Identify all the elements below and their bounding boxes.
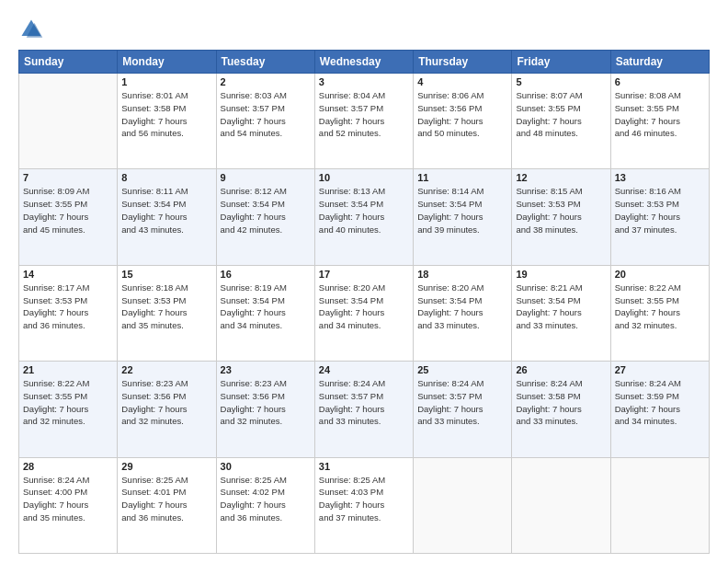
day-number: 23 xyxy=(221,364,311,375)
calendar-cell: 1Sunrise: 8:01 AMSunset: 3:58 PMDaylight… xyxy=(118,74,216,169)
calendar-cell: 8Sunrise: 8:11 AMSunset: 3:54 PMDaylight… xyxy=(118,169,216,265)
day-number: 27 xyxy=(615,364,705,375)
day-number: 25 xyxy=(417,364,507,375)
day-info: Sunrise: 8:12 AMSunset: 3:54 PMDaylight:… xyxy=(221,185,311,236)
day-number: 14 xyxy=(23,269,113,280)
day-info: Sunrise: 8:11 AMSunset: 3:54 PMDaylight:… xyxy=(121,185,211,236)
day-number: 28 xyxy=(23,461,113,472)
day-info: Sunrise: 8:07 AMSunset: 3:55 PMDaylight:… xyxy=(516,89,606,140)
day-info: Sunrise: 8:25 AMSunset: 4:02 PMDaylight:… xyxy=(221,474,311,524)
weekday-header: Wednesday xyxy=(314,51,413,74)
day-info: Sunrise: 8:09 AMSunset: 3:55 PMDaylight:… xyxy=(23,185,113,236)
day-info: Sunrise: 8:22 AMSunset: 3:55 PMDaylight:… xyxy=(615,282,705,332)
day-number: 4 xyxy=(417,76,507,87)
calendar-table: SundayMondayTuesdayWednesdayThursdayFrid… xyxy=(18,50,710,554)
calendar-cell: 18Sunrise: 8:20 AMSunset: 3:54 PMDayligh… xyxy=(414,265,512,361)
weekday-header: Saturday xyxy=(610,51,709,74)
day-info: Sunrise: 8:13 AMSunset: 3:54 PMDaylight:… xyxy=(319,185,409,236)
day-info: Sunrise: 8:25 AMSunset: 4:03 PMDaylight:… xyxy=(319,474,409,524)
calendar-cell: 12Sunrise: 8:15 AMSunset: 3:53 PMDayligh… xyxy=(512,169,610,265)
calendar-cell: 5Sunrise: 8:07 AMSunset: 3:55 PMDaylight… xyxy=(512,74,610,169)
day-info: Sunrise: 8:24 AMSunset: 3:57 PMDaylight:… xyxy=(417,377,507,428)
calendar-cell: 25Sunrise: 8:24 AMSunset: 3:57 PMDayligh… xyxy=(414,362,512,457)
day-info: Sunrise: 8:20 AMSunset: 3:54 PMDaylight:… xyxy=(417,282,507,332)
calendar-cell: 2Sunrise: 8:03 AMSunset: 3:57 PMDaylight… xyxy=(216,74,314,169)
day-number: 29 xyxy=(121,461,211,472)
day-number: 17 xyxy=(319,269,409,280)
day-info: Sunrise: 8:17 AMSunset: 3:53 PMDaylight:… xyxy=(23,282,113,332)
day-number: 10 xyxy=(319,172,409,183)
day-number: 19 xyxy=(516,269,606,280)
calendar-cell: 9Sunrise: 8:12 AMSunset: 3:54 PMDaylight… xyxy=(216,169,314,265)
calendar-cell: 19Sunrise: 8:21 AMSunset: 3:54 PMDayligh… xyxy=(512,265,610,361)
day-number: 21 xyxy=(23,364,113,375)
calendar-cell: 24Sunrise: 8:24 AMSunset: 3:57 PMDayligh… xyxy=(314,362,413,457)
calendar-cell xyxy=(19,74,118,169)
calendar-cell: 4Sunrise: 8:06 AMSunset: 3:56 PMDaylight… xyxy=(414,74,512,169)
day-info: Sunrise: 8:24 AMSunset: 4:00 PMDaylight:… xyxy=(23,474,113,524)
day-number: 2 xyxy=(221,76,311,87)
calendar-cell xyxy=(414,457,512,553)
calendar-cell: 31Sunrise: 8:25 AMSunset: 4:03 PMDayligh… xyxy=(314,457,413,553)
day-number: 8 xyxy=(121,172,211,183)
weekday-header: Tuesday xyxy=(216,51,314,74)
day-number: 31 xyxy=(319,461,409,472)
day-info: Sunrise: 8:08 AMSunset: 3:55 PMDaylight:… xyxy=(615,89,705,140)
calendar-cell: 13Sunrise: 8:16 AMSunset: 3:53 PMDayligh… xyxy=(610,169,709,265)
day-info: Sunrise: 8:20 AMSunset: 3:54 PMDaylight:… xyxy=(319,282,409,332)
day-info: Sunrise: 8:15 AMSunset: 3:53 PMDaylight:… xyxy=(516,185,606,236)
calendar-cell: 16Sunrise: 8:19 AMSunset: 3:54 PMDayligh… xyxy=(216,265,314,361)
page: SundayMondayTuesdayWednesdayThursdayFrid… xyxy=(0,0,728,563)
day-info: Sunrise: 8:18 AMSunset: 3:53 PMDaylight:… xyxy=(121,282,211,332)
day-info: Sunrise: 8:04 AMSunset: 3:57 PMDaylight:… xyxy=(319,89,409,140)
logo xyxy=(18,17,48,42)
day-number: 12 xyxy=(516,172,606,183)
calendar-cell: 23Sunrise: 8:23 AMSunset: 3:56 PMDayligh… xyxy=(216,362,314,457)
day-info: Sunrise: 8:25 AMSunset: 4:01 PMDaylight:… xyxy=(121,474,211,524)
day-number: 1 xyxy=(121,76,211,87)
day-number: 9 xyxy=(221,172,311,183)
day-info: Sunrise: 8:19 AMSunset: 3:54 PMDaylight:… xyxy=(221,282,311,332)
day-info: Sunrise: 8:23 AMSunset: 3:56 PMDaylight:… xyxy=(221,377,311,428)
day-number: 13 xyxy=(615,172,705,183)
day-number: 11 xyxy=(417,172,507,183)
day-number: 24 xyxy=(319,364,409,375)
day-info: Sunrise: 8:21 AMSunset: 3:54 PMDaylight:… xyxy=(516,282,606,332)
calendar-cell: 17Sunrise: 8:20 AMSunset: 3:54 PMDayligh… xyxy=(314,265,413,361)
calendar-cell xyxy=(610,457,709,553)
day-number: 16 xyxy=(221,269,311,280)
calendar-cell: 20Sunrise: 8:22 AMSunset: 3:55 PMDayligh… xyxy=(610,265,709,361)
logo-icon xyxy=(18,17,44,42)
calendar-cell: 14Sunrise: 8:17 AMSunset: 3:53 PMDayligh… xyxy=(19,265,118,361)
calendar-cell: 21Sunrise: 8:22 AMSunset: 3:55 PMDayligh… xyxy=(19,362,118,457)
day-number: 3 xyxy=(319,76,409,87)
day-number: 26 xyxy=(516,364,606,375)
day-number: 20 xyxy=(615,269,705,280)
calendar-cell xyxy=(512,457,610,553)
weekday-header: Sunday xyxy=(19,51,118,74)
day-number: 15 xyxy=(121,269,211,280)
calendar-cell: 28Sunrise: 8:24 AMSunset: 4:00 PMDayligh… xyxy=(19,457,118,553)
weekday-header: Monday xyxy=(118,51,216,74)
day-number: 22 xyxy=(121,364,211,375)
calendar-cell: 3Sunrise: 8:04 AMSunset: 3:57 PMDaylight… xyxy=(314,74,413,169)
day-info: Sunrise: 8:24 AMSunset: 3:58 PMDaylight:… xyxy=(516,377,606,428)
day-number: 18 xyxy=(417,269,507,280)
header xyxy=(18,17,710,42)
calendar-cell: 30Sunrise: 8:25 AMSunset: 4:02 PMDayligh… xyxy=(216,457,314,553)
calendar-cell: 22Sunrise: 8:23 AMSunset: 3:56 PMDayligh… xyxy=(118,362,216,457)
day-info: Sunrise: 8:01 AMSunset: 3:58 PMDaylight:… xyxy=(121,89,211,140)
calendar-cell: 15Sunrise: 8:18 AMSunset: 3:53 PMDayligh… xyxy=(118,265,216,361)
day-number: 7 xyxy=(23,172,113,183)
day-info: Sunrise: 8:24 AMSunset: 3:57 PMDaylight:… xyxy=(319,377,409,428)
calendar-cell: 26Sunrise: 8:24 AMSunset: 3:58 PMDayligh… xyxy=(512,362,610,457)
day-info: Sunrise: 8:14 AMSunset: 3:54 PMDaylight:… xyxy=(417,185,507,236)
day-number: 6 xyxy=(615,76,705,87)
calendar-cell: 6Sunrise: 8:08 AMSunset: 3:55 PMDaylight… xyxy=(610,74,709,169)
day-info: Sunrise: 8:23 AMSunset: 3:56 PMDaylight:… xyxy=(121,377,211,428)
day-info: Sunrise: 8:22 AMSunset: 3:55 PMDaylight:… xyxy=(23,377,113,428)
calendar-cell: 29Sunrise: 8:25 AMSunset: 4:01 PMDayligh… xyxy=(118,457,216,553)
day-number: 30 xyxy=(221,461,311,472)
calendar-cell: 10Sunrise: 8:13 AMSunset: 3:54 PMDayligh… xyxy=(314,169,413,265)
day-info: Sunrise: 8:06 AMSunset: 3:56 PMDaylight:… xyxy=(417,89,507,140)
